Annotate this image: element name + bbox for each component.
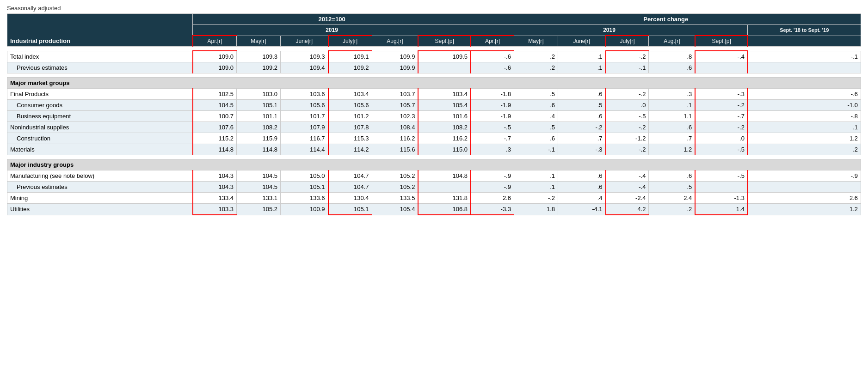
- cell-index: 107.6: [193, 122, 237, 133]
- cell-index: 114.8: [193, 144, 237, 155]
- cell-index: 107.8: [328, 122, 372, 133]
- cell-pct: -1.2: [606, 133, 649, 144]
- cell-pct: 1.4: [695, 204, 748, 215]
- col-pct-may: May[r]: [514, 36, 558, 47]
- table-row: Previous estimates109.0109.2109.4109.210…: [7, 62, 861, 73]
- cell-pct: -.4: [606, 182, 649, 193]
- cell-pct: 1.2: [649, 144, 695, 155]
- cell-index: 108.2: [418, 122, 471, 133]
- cell-index: 115.0: [418, 144, 471, 155]
- row-label: Business equipment: [7, 111, 193, 122]
- cell-pct: -.3: [558, 144, 606, 155]
- row-label: Mining: [7, 193, 193, 204]
- col-index-aug: Aug.[r]: [372, 36, 418, 47]
- cell-pct: .4: [514, 111, 558, 122]
- cell-pct: -.2: [606, 89, 649, 100]
- row-label: Total index: [7, 51, 193, 62]
- cell-pct: -1.8: [471, 89, 514, 100]
- cell-pct: -.7: [695, 111, 748, 122]
- cell-pct: -.2: [606, 122, 649, 133]
- col-pct-june: June[r]: [558, 36, 606, 47]
- col-index-july: July[r]: [328, 36, 372, 47]
- cell-index: 131.8: [418, 193, 471, 204]
- cell-index: 104.3: [193, 182, 237, 193]
- cell-pct: 2.4: [649, 193, 695, 204]
- cell-index: 109.9: [372, 51, 418, 62]
- cell-yoy: .2: [748, 144, 861, 155]
- cell-index: 100.7: [193, 111, 237, 122]
- cell-index: 101.7: [281, 111, 328, 122]
- cell-yoy: -.8: [748, 111, 861, 122]
- row-label: Construction: [7, 133, 193, 144]
- cell-yoy: -.9: [748, 170, 861, 182]
- cell-index: 104.5: [193, 100, 237, 111]
- cell-index: 105.1: [281, 182, 328, 193]
- cell-pct: .6: [558, 182, 606, 193]
- seasonally-adjusted-label: Seasonally adjusted: [7, 5, 861, 12]
- cell-pct: .6: [649, 122, 695, 133]
- cell-pct: -.1: [606, 62, 649, 73]
- cell-pct: .7: [649, 133, 695, 144]
- cell-pct: -.3: [695, 89, 748, 100]
- cell-index: 130.4: [328, 193, 372, 204]
- cell-index: 103.7: [372, 89, 418, 100]
- cell-index: 116.7: [281, 133, 328, 144]
- row-label: Previous estimates: [7, 62, 193, 73]
- row-label: Utilities: [7, 204, 193, 215]
- col-pct-apr: Apr.[r]: [471, 36, 514, 47]
- cell-pct: [695, 62, 748, 73]
- cell-pct: .5: [558, 100, 606, 111]
- cell-index: 100.9: [281, 204, 328, 215]
- cell-pct: 4.2: [606, 204, 649, 215]
- cell-pct: .1: [514, 182, 558, 193]
- cell-pct: -.2: [606, 144, 649, 155]
- col-pct-sept: Sept.[p]: [695, 36, 748, 47]
- cell-index: 103.4: [418, 89, 471, 100]
- cell-yoy: .1: [748, 122, 861, 133]
- cell-pct: .6: [558, 89, 606, 100]
- cell-index: 103.0: [236, 89, 280, 100]
- cell-index: 105.2: [236, 204, 280, 215]
- cell-pct: .3: [649, 89, 695, 100]
- cell-index: 114.2: [328, 144, 372, 155]
- cell-index: 105.4: [418, 100, 471, 111]
- cell-pct: -.9: [471, 170, 514, 182]
- section-header: Major industry groups: [7, 159, 861, 170]
- cell-index: 103.3: [193, 204, 237, 215]
- section-header: Major market groups: [7, 78, 861, 89]
- cell-pct: .1: [649, 100, 695, 111]
- header-pct-group: Percent change: [471, 14, 861, 25]
- col-pct-aug: Aug.[r]: [649, 36, 695, 47]
- cell-pct: [695, 182, 748, 193]
- cell-yoy: 2.6: [748, 193, 861, 204]
- cell-pct: .6: [514, 133, 558, 144]
- cell-index: 103.6: [281, 89, 328, 100]
- header-yoy: Sept. '18 to Sept. '19: [748, 25, 861, 36]
- cell-yoy: [748, 62, 861, 73]
- cell-pct: -.9: [471, 182, 514, 193]
- cell-yoy: [748, 182, 861, 193]
- cell-index: 104.3: [193, 170, 237, 182]
- cell-index: 106.8: [418, 204, 471, 215]
- cell-yoy: -1.0: [748, 100, 861, 111]
- cell-pct: .3: [471, 144, 514, 155]
- cell-pct: .6: [558, 170, 606, 182]
- cell-yoy: 1.2: [748, 204, 861, 215]
- cell-index: 109.2: [236, 62, 280, 73]
- cell-pct: .2: [514, 62, 558, 73]
- cell-index: 115.3: [328, 133, 372, 144]
- cell-index: 109.1: [328, 51, 372, 62]
- cell-index: 109.9: [372, 62, 418, 73]
- cell-index: 108.4: [372, 122, 418, 133]
- row-label: Final Products: [7, 89, 193, 100]
- cell-pct: -4.1: [558, 204, 606, 215]
- header-index-group: 2012=100: [193, 14, 471, 25]
- cell-index: 105.1: [328, 204, 372, 215]
- cell-pct: .5: [514, 89, 558, 100]
- col-yoy: [748, 36, 861, 47]
- cell-pct: -.6: [471, 62, 514, 73]
- cell-pct: .1: [558, 51, 606, 62]
- table-row: Materials114.8114.8114.4114.2115.6115.0.…: [7, 144, 861, 155]
- cell-index: 101.2: [328, 111, 372, 122]
- table-row: Total index109.0109.3109.3109.1109.9109.…: [7, 51, 861, 62]
